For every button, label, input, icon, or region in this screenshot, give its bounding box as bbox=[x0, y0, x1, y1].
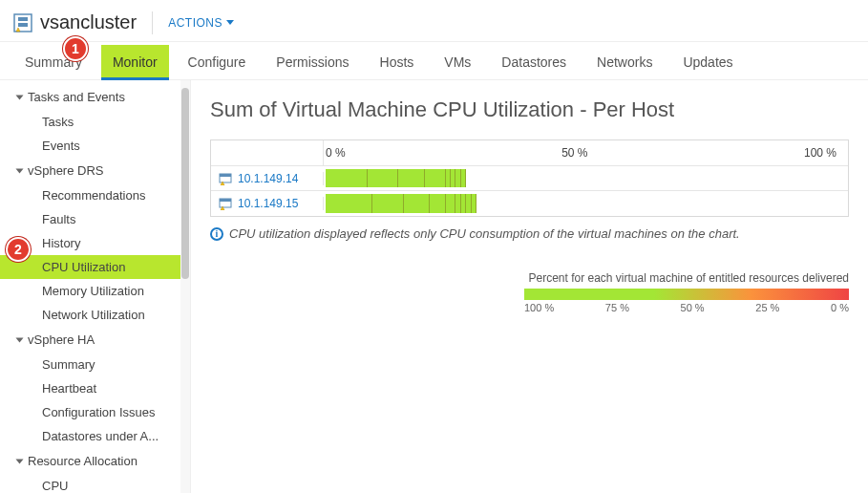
svg-rect-2 bbox=[18, 23, 28, 27]
info-icon: i bbox=[210, 227, 223, 241]
group-label: vSphere HA bbox=[28, 332, 95, 347]
vm-segment[interactable] bbox=[446, 194, 456, 213]
chart-box: 0 %50 %100 % 10.1.149.1410.1.149.15 bbox=[210, 139, 849, 217]
vm-segment[interactable] bbox=[404, 194, 430, 213]
group-label: Tasks and Events bbox=[28, 90, 125, 104]
legend-caption: Percent for each virtual machine of enti… bbox=[524, 271, 849, 285]
vm-segment[interactable] bbox=[430, 194, 445, 213]
group-label: Resource Allocation bbox=[28, 454, 138, 468]
svg-rect-1 bbox=[18, 17, 28, 21]
sidebar-item-heartbeat[interactable]: Heartbeat bbox=[0, 376, 190, 400]
host-row: 10.1.149.14 bbox=[211, 166, 848, 191]
chart-header: 0 %50 %100 % bbox=[211, 140, 848, 166]
vm-segment[interactable] bbox=[472, 194, 476, 213]
bar-segments bbox=[326, 194, 476, 213]
tab-networks[interactable]: Networks bbox=[585, 45, 664, 79]
annotation-badge-2: 2 bbox=[6, 237, 31, 262]
vm-segment[interactable] bbox=[398, 169, 424, 187]
color-legend: Percent for each virtual machine of enti… bbox=[524, 271, 849, 313]
host-row: 10.1.149.15 bbox=[211, 191, 848, 216]
tab-updates[interactable]: Updates bbox=[671, 45, 744, 79]
sidebar-group-resource-allocation[interactable]: Resource Allocation bbox=[0, 448, 190, 474]
bar-segments bbox=[326, 169, 466, 187]
vm-segment[interactable] bbox=[425, 169, 446, 187]
host-link[interactable]: 10.1.149.15 bbox=[238, 197, 298, 210]
legend-tick: 75 % bbox=[605, 302, 629, 313]
legend-tick: 100 % bbox=[524, 302, 554, 313]
sidebar-item-configuration-issues[interactable]: Configuration Issues bbox=[0, 400, 190, 424]
sidebar-item-cpu-utilization[interactable]: CPU Utilization bbox=[0, 255, 190, 279]
info-text: CPU utilization displayed reflects only … bbox=[229, 226, 740, 241]
chevron-down-icon bbox=[16, 95, 24, 99]
actions-menu[interactable]: ACTIONS bbox=[168, 16, 234, 30]
svg-marker-3 bbox=[16, 28, 20, 32]
legend-tick: 25 % bbox=[755, 302, 779, 313]
vm-segment[interactable] bbox=[372, 194, 404, 213]
body: Tasks and EventsTasksEventsvSphere DRSRe… bbox=[0, 80, 868, 493]
sidebar-item-recommendations[interactable]: Recommendations bbox=[0, 183, 190, 207]
chart-title: Sum of Virtual Machine CPU Utilization -… bbox=[210, 97, 849, 122]
sidebar-item-faults[interactable]: Faults bbox=[0, 207, 190, 231]
page-header: vsancluster ACTIONS bbox=[0, 0, 868, 42]
chart-header-spacer bbox=[211, 140, 324, 165]
cluster-title: vsancluster bbox=[40, 11, 137, 33]
legend-tick: 0 % bbox=[831, 302, 849, 313]
tab-bar: SummaryMonitorConfigurePermissionsHostsV… bbox=[0, 42, 868, 80]
host-cell: 10.1.149.15 bbox=[211, 197, 324, 210]
main-panel: Sum of Virtual Machine CPU Utilization -… bbox=[191, 80, 868, 493]
sidebar-group-vsphere-ha[interactable]: vSphere HA bbox=[0, 327, 190, 353]
sidebar-item-network-utilization[interactable]: Network Utilization bbox=[0, 303, 190, 327]
actions-label: ACTIONS bbox=[168, 16, 222, 30]
legend-gradient bbox=[524, 289, 849, 300]
scrollbar-thumb[interactable] bbox=[181, 88, 189, 279]
cluster-icon bbox=[13, 13, 32, 32]
legend-labels: 100 %75 %50 %25 %0 % bbox=[524, 302, 849, 313]
vm-segment[interactable] bbox=[326, 194, 372, 213]
tick-label: 0 % bbox=[326, 146, 346, 160]
sidebar-group-tasks-and-events[interactable]: Tasks and Events bbox=[0, 84, 190, 110]
bar-cell bbox=[324, 191, 848, 216]
tab-datastores[interactable]: Datastores bbox=[490, 45, 578, 79]
group-label: vSphere DRS bbox=[28, 163, 103, 178]
chart-rows: 10.1.149.1410.1.149.15 bbox=[211, 166, 848, 216]
sidebar-item-tasks[interactable]: Tasks bbox=[0, 110, 190, 134]
vm-segment[interactable] bbox=[368, 169, 399, 187]
sidebar-item-summary[interactable]: Summary bbox=[0, 353, 190, 376]
sidebar-item-events[interactable]: Events bbox=[0, 134, 190, 158]
vm-segment[interactable] bbox=[326, 169, 368, 187]
chevron-down-icon bbox=[16, 168, 24, 173]
chevron-down-icon bbox=[16, 337, 24, 342]
tab-configure[interactable]: Configure bbox=[177, 45, 258, 79]
chevron-down-icon bbox=[16, 459, 24, 463]
host-icon bbox=[219, 172, 232, 185]
svg-rect-8 bbox=[220, 199, 231, 202]
tab-permissions[interactable]: Permissions bbox=[265, 45, 360, 79]
tab-monitor[interactable]: Monitor bbox=[101, 45, 169, 79]
host-cell: 10.1.149.14 bbox=[211, 172, 324, 185]
sidebar-item-datastores-under-a-[interactable]: Datastores under A... bbox=[0, 424, 190, 448]
tab-hosts[interactable]: Hosts bbox=[369, 45, 426, 79]
chart-ticks: 0 %50 %100 % bbox=[324, 140, 848, 165]
host-link[interactable]: 10.1.149.14 bbox=[238, 172, 298, 185]
sidebar-item-memory-utilization[interactable]: Memory Utilization bbox=[0, 279, 190, 303]
chevron-down-icon bbox=[226, 20, 234, 25]
svg-rect-5 bbox=[220, 174, 231, 177]
host-icon bbox=[219, 197, 232, 210]
sidebar-item-cpu[interactable]: CPU bbox=[0, 474, 190, 493]
tick-label: 50 % bbox=[561, 146, 587, 160]
tick-label: 100 % bbox=[804, 146, 836, 160]
sidebar: Tasks and EventsTasksEventsvSphere DRSRe… bbox=[0, 80, 191, 493]
tab-vms[interactable]: VMs bbox=[433, 45, 482, 79]
vm-segment[interactable] bbox=[461, 169, 466, 187]
sidebar-group-vsphere-drs[interactable]: vSphere DRS bbox=[0, 158, 190, 183]
info-row: i CPU utilization displayed reflects onl… bbox=[210, 226, 849, 241]
header-divider bbox=[152, 11, 153, 34]
legend-tick: 50 % bbox=[681, 302, 705, 313]
annotation-badge-1: 1 bbox=[63, 36, 88, 61]
bar-cell bbox=[324, 166, 848, 190]
